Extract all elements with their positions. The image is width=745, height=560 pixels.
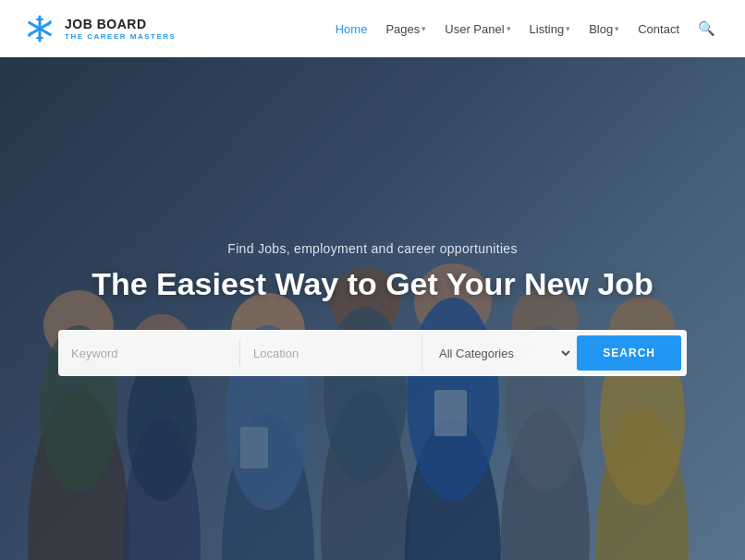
- chevron-down-icon: ▾: [507, 24, 511, 33]
- search-icon[interactable]: 🔍: [690, 15, 723, 43]
- hero-subtitle: Find Jobs, employment and career opportu…: [37, 241, 708, 256]
- hero-section: Find Jobs, employment and career opportu…: [0, 57, 745, 560]
- nav-user-panel[interactable]: User Panel ▾: [437, 17, 518, 42]
- nav-blog[interactable]: Blog ▾: [581, 17, 627, 42]
- logo-icon: [22, 11, 57, 46]
- location-input[interactable]: [240, 335, 421, 371]
- logo-text: JOB BOARD THE CAREER MASTERS: [65, 17, 176, 41]
- main-nav: Home Pages ▾ User Panel ▾ Listing ▾ Blog…: [328, 15, 723, 43]
- logo-subtitle: THE CAREER MASTERS: [65, 32, 176, 41]
- header: JOB BOARD THE CAREER MASTERS Home Pages …: [0, 0, 745, 57]
- nav-listing[interactable]: Listing ▾: [522, 17, 579, 42]
- search-button[interactable]: SEARCH: [577, 335, 681, 371]
- nav-contact[interactable]: Contact: [630, 17, 687, 42]
- chevron-down-icon: ▾: [566, 24, 570, 33]
- logo-title: JOB BOARD: [65, 17, 176, 32]
- logo[interactable]: JOB BOARD THE CAREER MASTERS: [22, 11, 176, 46]
- chevron-down-icon: ▾: [421, 24, 426, 33]
- hero-content: Find Jobs, employment and career opportu…: [0, 241, 745, 377]
- chevron-down-icon: ▾: [615, 24, 619, 33]
- hero-title: The Easiest Way to Get Your New Job: [37, 265, 708, 303]
- search-bar: All CategoriesTechnologyHealthcareFinanc…: [58, 330, 687, 376]
- nav-pages[interactable]: Pages ▾: [378, 17, 434, 42]
- category-select[interactable]: All CategoriesTechnologyHealthcareFinanc…: [421, 335, 573, 371]
- nav-home[interactable]: Home: [328, 17, 375, 42]
- keyword-input[interactable]: [58, 335, 239, 371]
